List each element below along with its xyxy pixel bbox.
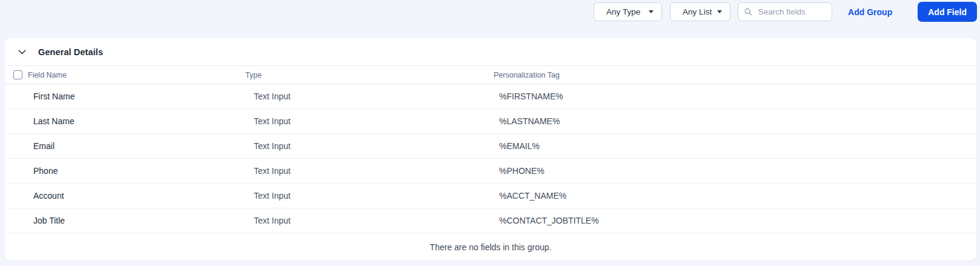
field-tag: %LASTNAME% — [499, 116, 976, 126]
field-tag: %PHONE% — [499, 166, 976, 176]
table-row[interactable]: Phone Text Input %PHONE% — [5, 159, 976, 184]
field-group-panel: General Details Field Name Type Personal… — [5, 38, 976, 261]
chevron-down-icon — [649, 10, 654, 13]
add-group-button[interactable]: Add Group — [848, 7, 892, 17]
toolbar: Any Type Any List Add Group Add Field — [0, 0, 980, 22]
field-name: Phone — [5, 166, 254, 176]
empty-group-message: There are no fields in this group. — [5, 233, 976, 261]
type-filter-dropdown[interactable]: Any Type — [594, 2, 662, 21]
field-tag: %ACCT_NAME% — [499, 191, 976, 201]
field-type: Text Input — [254, 141, 499, 151]
group-title: General Details — [38, 47, 103, 57]
add-field-button[interactable]: Add Field — [918, 2, 977, 22]
table-row[interactable]: Account Text Input %ACCT_NAME% — [5, 184, 976, 208]
table-row[interactable]: Last Name Text Input %LASTNAME% — [5, 109, 976, 134]
field-name: Email — [5, 141, 254, 151]
column-header-personalization-tag: Personalization Tag — [494, 71, 971, 79]
type-filter-value: Any Type — [606, 7, 640, 16]
list-filter-value: Any List — [683, 7, 712, 16]
table-row[interactable]: First Name Text Input %FIRSTNAME% — [5, 84, 976, 109]
column-header-type: Type — [245, 71, 491, 79]
search-field-container — [738, 2, 832, 21]
field-type: Text Input — [254, 116, 499, 126]
field-name: Account — [5, 191, 254, 201]
field-tag: %FIRSTNAME% — [499, 91, 976, 101]
field-name: Job Title — [5, 216, 254, 225]
field-name: Last Name — [5, 116, 254, 126]
select-all-checkbox[interactable] — [13, 70, 22, 79]
column-header-field-name: Field Name — [28, 71, 67, 79]
table-row[interactable]: Email Text Input %EMAIL% — [5, 134, 976, 159]
field-type: Text Input — [254, 216, 499, 225]
field-type: Text Input — [254, 166, 499, 176]
field-type: Text Input — [254, 191, 499, 201]
search-icon — [744, 7, 752, 16]
list-filter-dropdown[interactable]: Any List — [670, 2, 730, 21]
chevron-down-icon — [18, 50, 26, 55]
field-tag: %EMAIL% — [499, 141, 976, 151]
field-tag: %CONTACT_JOBTITLE% — [499, 216, 976, 225]
chevron-down-icon — [717, 10, 722, 13]
field-type: Text Input — [254, 91, 499, 101]
table-header-row: Field Name Type Personalization Tag — [5, 66, 976, 84]
group-header-general-details[interactable]: General Details — [5, 38, 976, 66]
field-name: First Name — [5, 91, 254, 101]
table-row[interactable]: Job Title Text Input %CONTACT_JOBTITLE% — [5, 208, 976, 233]
search-input[interactable] — [757, 7, 826, 17]
